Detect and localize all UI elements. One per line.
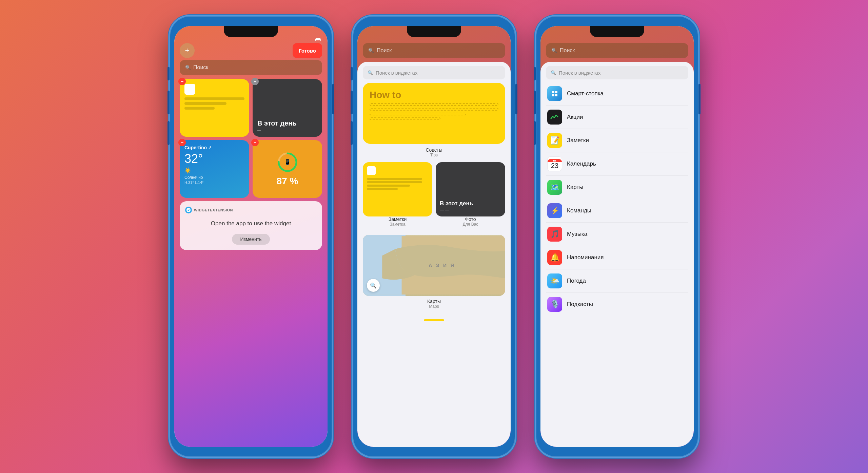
dash-3	[370, 113, 466, 115]
map-search-button[interactable]: 🔍	[367, 279, 380, 292]
reminders-icon: 🔔	[547, 250, 562, 265]
location-arrow-icon: ↗	[208, 145, 212, 150]
power-button-3[interactable]	[698, 84, 701, 114]
tips-widget-large[interactable]: How to	[363, 83, 505, 144]
phone-3-screen: 🔍 Поиск 🔍 Поиск в виджетах	[540, 26, 694, 447]
svg-rect-5	[552, 91, 554, 93]
app-name-smartstack: Смарт-стопка	[567, 90, 604, 97]
app-name-notes: Заметки	[567, 137, 589, 144]
app-name-maps: Карты	[567, 184, 583, 191]
app-name-music: Музыка	[567, 231, 587, 238]
podcasts-emoji: 🎙️	[550, 300, 559, 309]
photo-today-section: В этот день — — Фото Для Вас	[436, 162, 505, 231]
dash-4	[370, 117, 440, 120]
app-name-stocks: Акции	[567, 114, 583, 120]
app-row-smartstack[interactable]: Смарт-стопка	[546, 82, 688, 106]
app-row-reminders[interactable]: 🔔 Напоминания	[546, 246, 688, 269]
n-line-3	[367, 185, 410, 187]
notch-3	[590, 26, 644, 37]
power-button-2[interactable]	[515, 84, 517, 114]
maps-widget[interactable]: А З И Я 🔍	[363, 235, 505, 296]
weather-sun-icon: ☀️	[184, 167, 244, 174]
search-label-2: Поиск	[377, 48, 392, 54]
notes-widget[interactable]	[180, 79, 249, 137]
notes-small-widget[interactable]	[363, 162, 432, 216]
mute-button[interactable]	[167, 121, 170, 145]
widget-search-icon-3: 🔍	[551, 70, 556, 75]
tips-how-to-text: How to	[370, 90, 498, 100]
app-row-podcasts[interactable]: 🎙️ Подкасты	[546, 293, 688, 316]
telegram-label: WIDGETEXTENSION	[194, 208, 233, 212]
notes-small-subname: Заметка	[363, 222, 432, 227]
remove-notes-icon[interactable]: −	[178, 78, 186, 85]
notes-emoji: 📝	[550, 136, 559, 145]
app-row-music[interactable]: 🎵 Музыка	[546, 223, 688, 246]
app-row-notes[interactable]: 📝 Заметки	[546, 129, 688, 152]
phone-1-screen: + Готово 🔍 Поиск −	[174, 26, 328, 447]
add-widget-button[interactable]: +	[180, 43, 195, 58]
battery-widget[interactable]: 📱 87 %	[253, 140, 322, 198]
widgets-grid-bottom: − Cupertino ↗ 32° ☀️ Солнечно H:31° L:14…	[174, 140, 328, 198]
asia-text: А З И Я	[429, 263, 455, 268]
weather-icon-3: 🌤️	[547, 273, 562, 288]
app-row-calendar[interactable]: ВТ 23 Календарь	[546, 152, 688, 176]
phone-2: 🔍 Поиск 🔍 Поиск в виджетах How to	[353, 16, 515, 457]
app-row-shortcuts[interactable]: ⚡ Команды	[546, 199, 688, 223]
battery-ring-chart: 📱	[277, 151, 298, 173]
photo-today-widget[interactable]: В этот день — —	[436, 162, 505, 216]
volume-up-button-2[interactable]	[351, 67, 353, 80]
notes-small-icon	[367, 166, 376, 175]
cal-date: 23	[551, 162, 558, 169]
notes-line-3	[184, 107, 215, 110]
mute-button-2[interactable]	[351, 121, 353, 145]
telegram-message: Open the app to use the widget	[185, 217, 317, 230]
notes-line-2	[184, 102, 226, 105]
shortcuts-emoji: ⚡	[551, 207, 559, 215]
mute-button-3[interactable]	[534, 121, 536, 145]
app-row-maps[interactable]: 🗺️ Карты	[546, 176, 688, 199]
tips-dashes	[370, 103, 498, 120]
app-row-weather[interactable]: 🌤️ Погода	[546, 269, 688, 293]
weather-description: Солнечно	[184, 175, 244, 180]
volume-down-button-3[interactable]	[534, 91, 536, 114]
volume-down-button-2[interactable]	[351, 91, 353, 114]
search-label-3: Поиск	[560, 48, 575, 54]
widget-search-bar[interactable]: 🔍 Поиск в виджетах	[363, 66, 505, 79]
remove-thisday-icon[interactable]: −	[251, 78, 259, 85]
notes-widget-container: −	[180, 79, 249, 137]
volume-down-button[interactable]	[167, 91, 170, 114]
notes-small-section: Заметки Заметка	[363, 162, 432, 231]
app-row-stocks[interactable]: Акции	[546, 106, 688, 129]
search-bar-3[interactable]: 🔍 Поиск	[546, 43, 688, 58]
this-day-sublabel: —	[257, 128, 317, 132]
tips-name: Советы	[363, 147, 505, 153]
weather-minmax: H:31° L:14°	[184, 181, 244, 185]
stocks-icon-svg	[550, 114, 559, 120]
this-day-label: В этот день	[257, 119, 317, 127]
widget-gallery-panel: 🔍 Поиск в виджетах How to Советы Tips	[357, 62, 511, 447]
maps-label-row: Карты Maps	[363, 299, 505, 309]
this-day-widget-container: − В этот день —	[253, 79, 322, 137]
volume-up-button[interactable]	[167, 67, 170, 80]
volume-up-button-3[interactable]	[534, 67, 536, 80]
this-day-widget[interactable]: В этот день —	[253, 79, 322, 137]
phone-1: + Готово 🔍 Поиск −	[170, 16, 332, 457]
change-button[interactable]: Изменить	[232, 234, 270, 245]
notch-2	[407, 26, 461, 37]
n-line-4	[367, 188, 398, 190]
search-bar[interactable]: 🔍 Поиск	[180, 60, 322, 75]
photo-name: Фото	[436, 216, 505, 222]
remove-battery-icon[interactable]: −	[251, 139, 259, 146]
search-bar-2[interactable]: 🔍 Поиск	[363, 43, 505, 58]
widget-search-bar-3[interactable]: 🔍 Поиск в виджетах	[546, 66, 688, 79]
remove-weather-icon[interactable]: −	[178, 139, 186, 146]
widget-edit-toolbar: + Готово	[174, 43, 328, 58]
power-button[interactable]	[332, 84, 334, 114]
smartstack-icon-svg	[551, 90, 559, 98]
weather-widget[interactable]: Cupertino ↗ 32° ☀️ Солнечно H:31° L:14°	[180, 140, 249, 198]
photo-today-dots: — —	[440, 208, 501, 212]
done-button[interactable]: Готово	[293, 43, 322, 58]
notes-icon	[184, 84, 195, 95]
reminders-emoji: 🔔	[550, 253, 559, 262]
stocks-icon	[547, 110, 562, 125]
